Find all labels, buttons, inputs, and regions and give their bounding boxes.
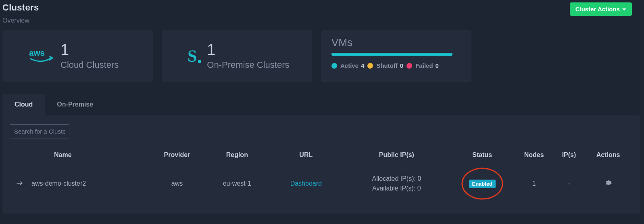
onprem-clusters-card: S 1 On-Premise Clusters [162, 30, 312, 82]
cell-name: aws-demo-cluster2 [30, 170, 150, 197]
expand-row-icon[interactable] [17, 180, 23, 187]
vms-progress-bar [331, 53, 452, 56]
col-actions: Actions [584, 151, 633, 170]
vms-failed-count: 0 [436, 62, 439, 69]
cell-public-ips: Allocated IP(s): 0 Available IP(s): 0 [342, 170, 451, 197]
onprem-clusters-label: On-Premise Clusters [207, 60, 289, 70]
col-name: Name [30, 151, 150, 170]
col-region: Region [204, 151, 270, 170]
cloud-clusters-label: Cloud Clusters [60, 60, 119, 70]
chevron-down-icon [622, 8, 626, 10]
tab-on-premise[interactable]: On-Premise [45, 94, 105, 115]
overview-label: Overview [2, 17, 39, 24]
col-provider: Provider [150, 151, 204, 170]
available-ips: Available IP(s): 0 [344, 184, 449, 193]
tab-cloud[interactable]: Cloud [2, 94, 45, 115]
svg-text:aws: aws [29, 48, 45, 57]
gear-icon[interactable] [604, 181, 612, 188]
status-dot-failed-icon [406, 63, 412, 69]
tabs: Cloud On-Premise [2, 94, 640, 115]
vms-active-count: 4 [361, 62, 364, 69]
vms-title: VMs [331, 36, 461, 49]
table-row: aws-demo-cluster2 aws eu-west-1 Dashboar… [10, 170, 633, 197]
cloud-clusters-card: aws 1 Cloud Clusters [2, 30, 153, 82]
overview-cards: aws 1 Cloud Clusters S 1 On-Premis [2, 30, 640, 82]
vms-active-label: Active [340, 62, 358, 69]
onprem-clusters-count: 1 [207, 42, 289, 57]
cluster-actions-button[interactable]: Cluster Actions [570, 2, 632, 16]
dashboard-link[interactable]: Dashboard [290, 180, 322, 187]
tab-body: Name Provider Region URL Public IP(s) St… [2, 115, 640, 214]
onprem-logo-icon: S [188, 48, 201, 65]
vms-shutoff-count: 0 [400, 62, 403, 69]
col-url: URL [270, 151, 342, 170]
vms-card: VMs Active 4 Shutoff 0 Failed 0 [321, 30, 471, 82]
cell-nodes: 1 [513, 170, 554, 197]
aws-icon: aws [28, 45, 55, 67]
col-ips: IP(s) [554, 151, 584, 170]
cell-region: eu-west-1 [204, 170, 270, 197]
page-title: Clusters [2, 2, 39, 13]
allocated-ips: Allocated IP(s): 0 [344, 174, 449, 184]
status-badge: Enabled [469, 180, 496, 188]
vms-failed-label: Failed [415, 62, 433, 69]
cloud-clusters-count: 1 [60, 42, 119, 57]
cluster-actions-label: Cluster Actions [575, 6, 620, 13]
col-nodes: Nodes [513, 151, 554, 170]
col-status: Status [451, 151, 513, 170]
cell-ips: - [554, 170, 584, 197]
cell-provider: aws [150, 170, 204, 197]
vms-shutoff-label: Shutoff [376, 62, 397, 69]
status-dot-shutoff-icon [367, 63, 373, 69]
status-dot-active-icon [331, 63, 337, 69]
col-public-ips: Public IP(s) [342, 151, 451, 170]
clusters-table: Name Provider Region URL Public IP(s) St… [10, 151, 633, 197]
search-input[interactable] [10, 124, 69, 138]
